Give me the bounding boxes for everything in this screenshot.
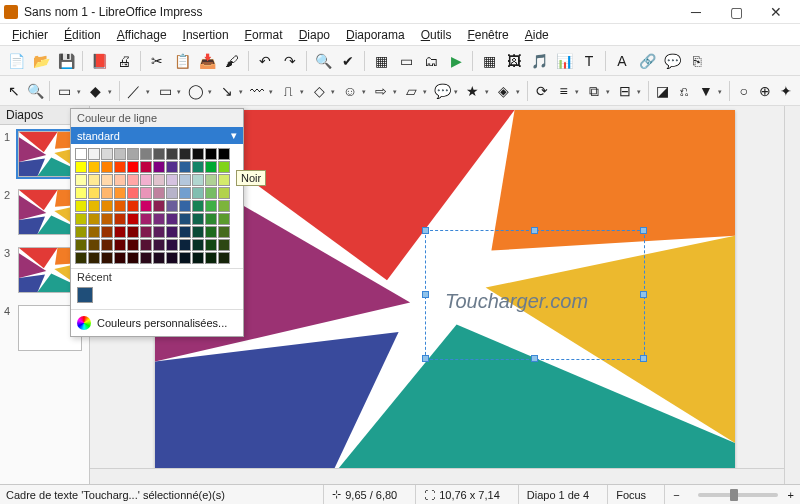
line-color-popup[interactable]: Couleur de ligne standard▾ Récent Couleu… — [70, 108, 244, 337]
color-swatch[interactable] — [88, 213, 100, 225]
color-swatch[interactable] — [218, 226, 230, 238]
color-swatch[interactable] — [101, 252, 113, 264]
grid-button[interactable]: ▦ — [369, 49, 393, 73]
points-button[interactable]: ○ — [734, 79, 754, 103]
color-swatch[interactable] — [75, 252, 87, 264]
color-swatch[interactable] — [218, 213, 230, 225]
redo-button[interactable]: ↷ — [278, 49, 302, 73]
image-button[interactable]: 🖼 — [502, 49, 526, 73]
color-swatch[interactable] — [179, 252, 191, 264]
menu-edition[interactable]: Édition — [56, 26, 109, 44]
color-swatch[interactable] — [166, 213, 178, 225]
save-button[interactable]: 💾 — [54, 49, 78, 73]
color-swatch[interactable] — [75, 226, 87, 238]
color-swatch[interactable] — [101, 226, 113, 238]
color-swatch[interactable] — [114, 213, 126, 225]
color-swatch[interactable] — [192, 252, 204, 264]
color-swatch[interactable] — [192, 148, 204, 160]
cut-button[interactable]: ✂ — [145, 49, 169, 73]
menu-format[interactable]: Format — [237, 26, 291, 44]
paste-button[interactable]: 📥 — [195, 49, 219, 73]
color-swatch[interactable] — [140, 213, 152, 225]
block-arrows-button[interactable]: ⇨ — [370, 79, 400, 103]
color-swatch[interactable] — [88, 187, 100, 199]
color-swatch[interactable] — [205, 174, 217, 186]
color-swatch[interactable] — [192, 226, 204, 238]
color-swatch[interactable] — [114, 161, 126, 173]
color-swatch[interactable] — [114, 252, 126, 264]
gluepoints-button[interactable]: ⊕ — [755, 79, 775, 103]
menu-aide[interactable]: Aide — [517, 26, 557, 44]
color-swatch[interactable] — [179, 239, 191, 251]
curves-button[interactable]: 〰 — [247, 79, 277, 103]
textbox-button[interactable]: T — [577, 49, 601, 73]
color-swatch[interactable] — [218, 161, 230, 173]
color-swatch[interactable] — [140, 174, 152, 186]
color-swatch[interactable] — [140, 226, 152, 238]
color-swatch[interactable] — [179, 200, 191, 212]
color-swatch[interactable] — [179, 187, 191, 199]
color-swatch[interactable] — [166, 200, 178, 212]
color-swatch[interactable] — [153, 187, 165, 199]
color-swatch[interactable] — [166, 252, 178, 264]
color-swatch[interactable] — [153, 200, 165, 212]
color-swatch[interactable] — [192, 174, 204, 186]
header-button[interactable]: ⎘ — [685, 49, 709, 73]
color-swatch[interactable] — [127, 161, 139, 173]
crop-button[interactable]: ⎌ — [674, 79, 694, 103]
color-swatch[interactable] — [88, 174, 100, 186]
color-swatch[interactable] — [218, 252, 230, 264]
color-swatch[interactable] — [75, 187, 87, 199]
zoom-in-button[interactable]: + — [788, 489, 794, 501]
color-swatch[interactable] — [140, 161, 152, 173]
color-swatch[interactable] — [114, 239, 126, 251]
color-swatch[interactable] — [153, 213, 165, 225]
symbol-shapes-button[interactable]: ☺ — [339, 79, 369, 103]
color-swatch[interactable] — [75, 200, 87, 212]
color-swatch[interactable] — [127, 252, 139, 264]
color-swatch[interactable] — [166, 226, 178, 238]
spelling-button[interactable]: ✔ — [336, 49, 360, 73]
color-swatch[interactable] — [140, 252, 152, 264]
table-button[interactable]: ▦ — [477, 49, 501, 73]
selection-handle[interactable] — [422, 227, 429, 234]
color-swatch[interactable] — [179, 213, 191, 225]
color-swatch[interactable] — [88, 226, 100, 238]
selection-handle[interactable] — [422, 291, 429, 298]
zoom-button[interactable]: 🔍 — [25, 79, 45, 103]
connectors-button[interactable]: ⎍ — [277, 79, 307, 103]
color-swatch[interactable] — [166, 148, 178, 160]
ellipse-button[interactable]: ◯ — [185, 79, 215, 103]
color-swatch[interactable] — [179, 174, 191, 186]
color-swatch[interactable] — [166, 239, 178, 251]
color-swatch[interactable] — [127, 148, 139, 160]
color-swatch-grid[interactable] — [71, 144, 243, 268]
selection-frame[interactable] — [425, 230, 645, 360]
selection-handle[interactable] — [531, 227, 538, 234]
shadow-button[interactable]: ◪ — [653, 79, 673, 103]
vertical-scrollbar[interactable] — [784, 106, 800, 484]
filter-button[interactable]: ▼ — [695, 79, 725, 103]
color-swatch[interactable] — [192, 200, 204, 212]
color-swatch[interactable] — [127, 239, 139, 251]
lines-arrows-button[interactable]: ↘ — [216, 79, 246, 103]
color-swatch[interactable] — [218, 187, 230, 199]
chart-button[interactable]: 📊 — [552, 49, 576, 73]
stars-button[interactable]: ★ — [462, 79, 492, 103]
color-swatch[interactable] — [75, 239, 87, 251]
export-pdf-button[interactable]: 📕 — [87, 49, 111, 73]
color-swatch[interactable] — [88, 200, 100, 212]
color-swatch[interactable] — [88, 239, 100, 251]
menu-affichage[interactable]: Affichage — [109, 26, 175, 44]
color-swatch[interactable] — [205, 148, 217, 160]
line-button[interactable]: ／ — [123, 79, 153, 103]
color-swatch[interactable] — [75, 161, 87, 173]
flowchart-button[interactable]: ▱ — [401, 79, 431, 103]
color-swatch[interactable] — [192, 187, 204, 199]
color-swatch[interactable] — [166, 174, 178, 186]
rotate-button[interactable]: ⟳ — [531, 79, 551, 103]
color-swatch[interactable] — [218, 239, 230, 251]
color-swatch[interactable] — [140, 239, 152, 251]
color-swatch[interactable] — [140, 187, 152, 199]
selection-handle[interactable] — [640, 355, 647, 362]
